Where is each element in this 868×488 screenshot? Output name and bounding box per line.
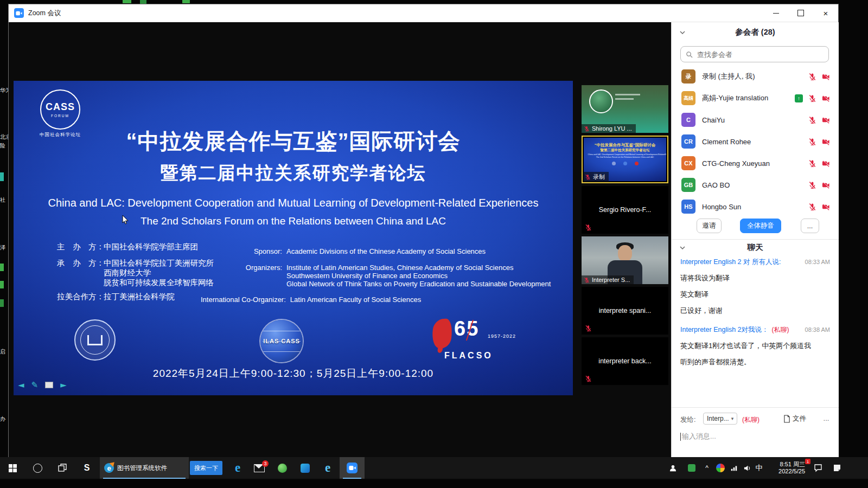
private-tag: (私聊) — [772, 325, 789, 335]
camera-off-icon[interactable] — [822, 181, 830, 189]
mic-off-icon[interactable] — [808, 181, 816, 189]
participants-more-button[interactable]: ... — [801, 219, 819, 233]
participant-row[interactable]: CR Clement Rohee — [672, 131, 839, 152]
maximize-button[interactable] — [788, 4, 813, 22]
cortana-icon — [33, 464, 42, 473]
redo-arrow-icon[interactable]: ► — [60, 380, 67, 390]
minimize-button[interactable] — [763, 4, 788, 22]
clock[interactable]: 8:51 周三 1 2022/5/25 — [764, 457, 807, 479]
search-input[interactable] — [696, 50, 828, 59]
camera-off-icon[interactable] — [822, 73, 830, 81]
start-button[interactable] — [0, 457, 25, 479]
close-icon: × — [824, 9, 828, 17]
presentation-slide: CASS FORUM 中国社会科学论坛 “中拉发展合作与互鉴”国际研讨会 暨第二… — [14, 81, 573, 395]
ilas-cass-logo: ILAS CASS — [260, 320, 303, 362]
library-system-app-button[interactable]: e 图书管理系统软件 — [100, 457, 189, 479]
pen-icon[interactable]: ✎ — [31, 380, 39, 390]
participant-search[interactable] — [680, 46, 829, 62]
mic-off-icon[interactable] — [808, 203, 816, 211]
task-view-button[interactable] — [50, 457, 75, 479]
participant-row[interactable]: GB GAO BO — [672, 174, 839, 196]
close-button[interactable]: × — [813, 4, 838, 22]
web-search-button[interactable]: 搜索一下 — [190, 461, 222, 475]
participant-row[interactable]: HS Hongbo Sun — [672, 196, 839, 217]
participant-video-name: interpreter back... — [582, 337, 668, 385]
browser-360-button[interactable] — [271, 457, 293, 479]
participant-row[interactable]: 录 录制 (主持人, 我) — [672, 66, 839, 87]
sponsor-text: Institute of Latin American Studies, Chi… — [286, 264, 513, 272]
flacso-years: 1957-2022 — [488, 333, 516, 339]
tray-app-button[interactable] — [684, 457, 700, 479]
participant-name: ChaiYu — [702, 109, 725, 131]
mute-all-button[interactable]: 全体静音 — [740, 219, 781, 233]
camera-off-icon[interactable] — [822, 159, 830, 168]
video-tile-spanish[interactable]: interprete spani... — [582, 287, 668, 335]
video-tile-backup[interactable]: interpreter back... — [582, 337, 668, 385]
sponsor-text: Southwestern University of Finance and E… — [286, 272, 448, 280]
mouse-cursor — [122, 215, 129, 225]
file-button[interactable]: 文件 — [783, 414, 806, 423]
participant-video-name: Sergio Rivero-F... — [582, 186, 668, 234]
participant-name: CTG-Cheng Xueyuan — [702, 152, 770, 174]
green-tray-icon — [688, 464, 695, 472]
hidden-icons-button[interactable]: ^ — [700, 457, 714, 479]
chat-input[interactable]: 输入消息... — [680, 432, 716, 441]
edge-browser-button[interactable]: e — [227, 457, 248, 479]
action-center-icon — [814, 464, 822, 472]
host-text: 西南财经大学 — [104, 268, 151, 278]
mic-off-icon[interactable] — [808, 94, 816, 102]
invite-button[interactable]: 邀请 — [697, 219, 722, 233]
shape-rect-icon[interactable] — [45, 382, 53, 388]
annotation-toolbar: ◄ ✎ ► — [18, 380, 67, 390]
participant-row[interactable]: C ChaiYu — [672, 109, 839, 131]
people-tray-button[interactable] — [663, 457, 682, 479]
participant-video-name: 录制 — [593, 173, 605, 181]
ime-indicator[interactable]: 中 — [753, 457, 765, 479]
avatar: CR — [681, 134, 695, 149]
video-tile-interpreter[interactable]: Interpreter S... — [582, 236, 668, 284]
camera-off-icon[interactable] — [822, 94, 830, 102]
participant-name: Clement Rohee — [702, 131, 751, 152]
camera-off-icon[interactable] — [822, 116, 830, 124]
sogou-input-button[interactable]: S — [75, 457, 99, 479]
browser-tray-button[interactable] — [713, 457, 728, 479]
slide-title-en-1: China and LAC: Development Cooperation a… — [14, 197, 573, 209]
mic-off-icon[interactable] — [808, 138, 816, 146]
search-icon — [686, 51, 693, 58]
video-tile-shirong[interactable]: Shirong LYU ... — [582, 85, 668, 133]
sticky-notes-button[interactable] — [828, 457, 846, 479]
video-tile-sergio[interactable]: Sergio Rivero-F... — [582, 186, 668, 234]
action-center-button[interactable] — [808, 457, 828, 479]
ie-browser-button[interactable]: e — [317, 457, 339, 479]
host-label: 拉美合作方： — [57, 292, 104, 301]
mic-off-icon[interactable] — [808, 159, 816, 168]
panel-divider — [672, 239, 839, 240]
participant-name: Hongbo Sun — [702, 196, 741, 217]
mail-badge: 3 — [262, 460, 269, 467]
compose-private-tag: (私聊) — [742, 415, 760, 425]
camera-off-icon[interactable] — [822, 203, 830, 211]
network-button[interactable] — [727, 457, 741, 479]
participant-row[interactable]: 高娟 高娟-Yujie translation ↑ — [672, 87, 839, 109]
maximize-icon — [797, 10, 804, 16]
mic-off-icon[interactable] — [808, 73, 816, 81]
video-tile-recording[interactable]: “中拉发展合作与互鉴”国际研讨会 暨第二届中拉关系研究学者论坛 China an… — [582, 136, 668, 183]
camera-off-icon[interactable] — [822, 138, 830, 146]
teal-app-button[interactable] — [294, 457, 316, 479]
compose-more-button[interactable]: ... — [819, 412, 833, 424]
avatar: 高娟 — [681, 91, 695, 105]
host-label: 承 办 方： — [57, 259, 104, 268]
thumb-title-1: “中拉发展合作与互鉴”国际研讨会 — [584, 143, 666, 148]
participant-row[interactable]: CX CTG-Cheng Xueyuan — [672, 152, 839, 174]
mail-app-button[interactable]: 3 — [248, 457, 270, 479]
library-app-icon: e — [104, 463, 114, 473]
undo-arrow-icon[interactable]: ◄ — [18, 380, 24, 390]
participant-video-name: interprete spani... — [582, 287, 668, 335]
recipient-dropdown[interactable]: Interp... ▾ — [703, 413, 737, 425]
volume-button[interactable] — [740, 457, 754, 479]
mic-off-icon[interactable] — [808, 116, 816, 124]
avatar: C — [681, 113, 695, 127]
zoom-taskbar-button[interactable] — [340, 457, 365, 479]
host-label — [57, 268, 104, 278]
cortana-button[interactable] — [25, 457, 50, 479]
